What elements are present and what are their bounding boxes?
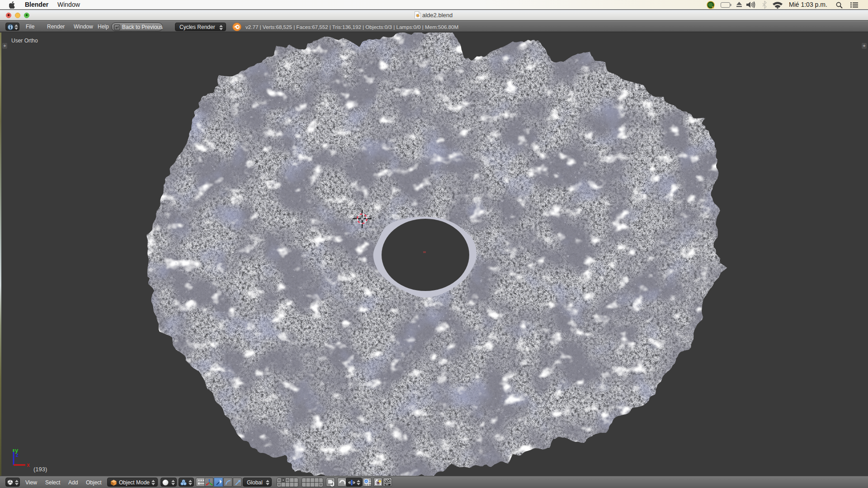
svg-text:z: z — [16, 452, 19, 458]
svg-text:x: x — [27, 462, 30, 468]
